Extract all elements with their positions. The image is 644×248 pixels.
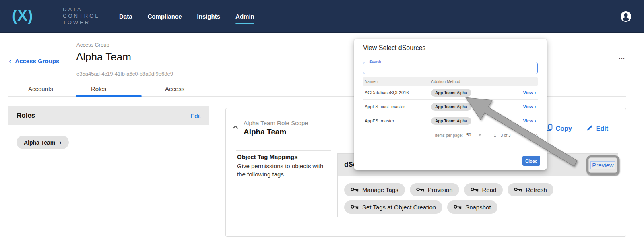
- column-header-name[interactable]: Name ↑: [365, 79, 431, 84]
- permission-chip-label: Refresh: [526, 186, 547, 193]
- pagination: Items per page: 50 ▼ 1 – 3 of 3 ‹ ›: [363, 132, 538, 138]
- roles-panel-title: Roles: [17, 112, 35, 120]
- roles-panel-header: Roles Edit: [8, 106, 209, 125]
- modal-title: View Select dSources: [354, 39, 547, 56]
- edit-button[interactable]: Edit: [586, 124, 608, 133]
- access-group-uuid: e35a45ad-4c19-41fb-a6c0-b8a0df9e68e9: [76, 71, 173, 77]
- table-row: AppFS_cust_master App Team:Alpha View›: [363, 100, 538, 114]
- view-link[interactable]: View›: [523, 104, 536, 109]
- roles-edit-button[interactable]: Edit: [190, 112, 201, 119]
- column-name-label: Name: [365, 79, 376, 84]
- permission-chip-refresh[interactable]: Refresh: [508, 183, 553, 196]
- nav-item-admin[interactable]: Admin: [235, 10, 254, 22]
- brand-line: CONTROL: [63, 13, 100, 19]
- previous-page-icon[interactable]: ‹: [524, 132, 526, 138]
- dsource-name: AGDatabaseSQL2016: [365, 90, 431, 95]
- permission-chip-manage-tags[interactable]: Manage Tags: [344, 183, 405, 196]
- table-row: AppFS_master App Team:Alpha View›: [363, 114, 538, 128]
- dsource-name: AppFS_cust_master: [365, 104, 431, 109]
- permission-chip-provision[interactable]: Provision: [410, 183, 459, 196]
- key-icon: [351, 204, 359, 211]
- items-per-page-label: Items per page:: [435, 133, 462, 138]
- copy-button-label: Copy: [556, 125, 572, 132]
- chevron-left-icon: ‹: [9, 58, 11, 64]
- permission-chip-label: Read: [482, 186, 497, 193]
- divider: [236, 150, 331, 151]
- overflow-menu-icon[interactable]: •••: [619, 56, 625, 60]
- search-input[interactable]: [363, 62, 537, 74]
- addition-method-value: Alpha: [457, 91, 467, 95]
- tab-access[interactable]: Access: [165, 85, 184, 92]
- page: (X) DATA CONTROL TOWER Data Compliance I…: [0, 0, 644, 248]
- tab-roles[interactable]: Roles: [91, 85, 106, 92]
- user-avatar-icon[interactable]: [620, 10, 632, 23]
- addition-method-pill: App Team:Alpha: [431, 89, 471, 97]
- permission-chip-set-tags-at-object-creation[interactable]: Set Tags at Object Creation: [344, 200, 442, 214]
- permission-chip-snapshot[interactable]: Snapshot: [447, 200, 497, 214]
- page-range-label: 1 – 3 of 3: [494, 133, 511, 138]
- nav-item-compliance[interactable]: Compliance: [148, 10, 182, 22]
- items-per-page-value[interactable]: 50: [466, 133, 472, 138]
- role-chip-label: Alpha Team: [24, 139, 55, 146]
- brand-wordmark: DATA CONTROL TOWER: [63, 6, 100, 26]
- tab-accounts[interactable]: Accounts: [28, 85, 53, 92]
- object-tag-mappings-description: Give permissions to objects with the fol…: [237, 162, 325, 178]
- sort-ascending-icon: ↑: [376, 79, 378, 84]
- preview-link[interactable]: Preview: [590, 161, 615, 169]
- brand-line: TOWER: [63, 19, 100, 26]
- back-link-label: Access Groups: [15, 58, 59, 64]
- nav-item-data[interactable]: Data: [119, 10, 132, 22]
- permission-chip-label: Set Tags at Object Creation: [362, 204, 436, 211]
- addition-method-pill: App Team:Alpha: [431, 117, 471, 125]
- search-field-label: Search: [368, 60, 383, 64]
- view-link[interactable]: View›: [523, 90, 536, 95]
- role-chip-alpha-team[interactable]: Alpha Team ›: [17, 136, 69, 149]
- view-link-label: View: [523, 90, 533, 95]
- chevron-right-icon: ›: [535, 90, 536, 95]
- copy-icon: [547, 124, 553, 133]
- addition-method-value: Alpha: [457, 119, 467, 123]
- view-link[interactable]: View›: [523, 118, 536, 123]
- dsources-table: Name ↑ Addition Method AGDatabaseSQL2016…: [363, 77, 538, 128]
- permission-chip-read[interactable]: Read: [464, 183, 503, 196]
- pencil-icon: [586, 125, 593, 133]
- nav-divider: [54, 6, 54, 27]
- edit-button-label: Edit: [596, 125, 608, 132]
- column-header-addition-method: Addition Method: [431, 79, 512, 84]
- access-group-eyebrow: Access Group: [76, 42, 109, 48]
- preview-annotation-box: Preview: [586, 155, 619, 175]
- key-icon: [416, 186, 424, 193]
- view-select-dsources-modal: View Select dSources Search Name ↑ Addit…: [354, 39, 547, 170]
- role-scope-title: Alpha Team: [244, 128, 286, 136]
- dsources-permission-chips: Manage Tags Provision Read Refresh Set T…: [338, 176, 618, 221]
- next-page-icon[interactable]: ›: [536, 132, 538, 138]
- primary-nav: Data Compliance Insights Admin: [119, 0, 254, 33]
- key-icon: [471, 186, 479, 193]
- permission-chip-label: Provision: [428, 186, 453, 193]
- dsource-name: AppFS_master: [365, 118, 431, 123]
- close-button[interactable]: Close: [522, 156, 540, 166]
- object-tag-mappings-title: Object Tag Mappings: [237, 153, 298, 160]
- search-field: Search: [363, 62, 538, 74]
- copy-button[interactable]: Copy: [547, 124, 572, 133]
- brand-logo-icon[interactable]: (X): [12, 7, 33, 24]
- brand-line: DATA: [63, 6, 100, 13]
- nav-item-insights[interactable]: Insights: [197, 10, 221, 22]
- chevron-right-icon: ›: [59, 139, 61, 146]
- collapse-chevron-up-icon[interactable]: [233, 123, 238, 130]
- addition-method-prefix: App Team:: [435, 91, 456, 95]
- divider: [331, 150, 331, 227]
- chevron-right-icon: ›: [535, 118, 536, 123]
- back-to-access-groups-link[interactable]: ‹ Access Groups: [9, 58, 59, 64]
- roles-panel: Roles Edit Alpha Team ›: [8, 106, 209, 155]
- view-link-label: View: [523, 104, 533, 109]
- addition-method-prefix: App Team:: [435, 105, 456, 109]
- caret-down-icon[interactable]: ▼: [479, 134, 481, 137]
- addition-method-pill: App Team:Alpha: [431, 103, 471, 111]
- role-scope-actions: Copy Edit: [547, 124, 608, 133]
- table-header-row: Name ↑ Addition Method: [363, 77, 538, 86]
- active-tab-underline: [76, 95, 142, 97]
- key-icon: [454, 204, 462, 211]
- addition-method-prefix: App Team:: [435, 119, 456, 123]
- page-title: Alpha Team: [76, 51, 131, 63]
